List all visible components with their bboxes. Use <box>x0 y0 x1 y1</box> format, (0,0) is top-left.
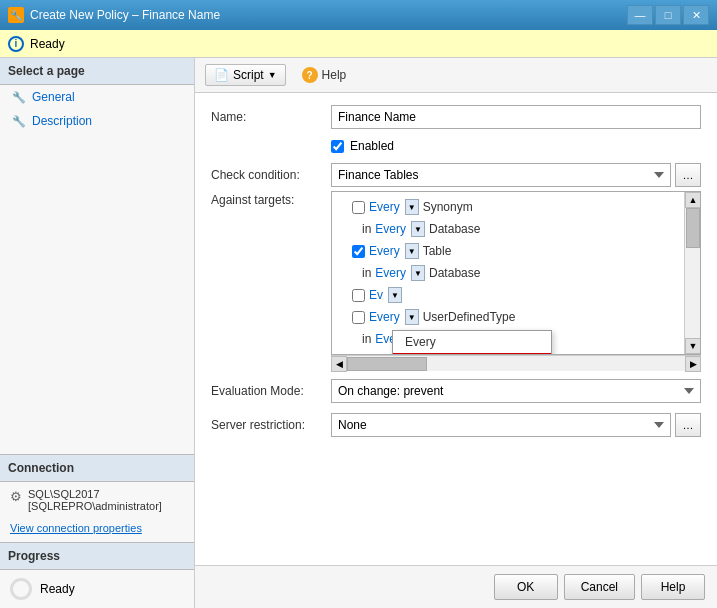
enabled-row: Enabled <box>331 139 701 153</box>
title-bar: 🔧 Create New Policy – Finance Name — □ ✕ <box>0 0 717 30</box>
form-area: Name: Enabled Check condition: Finance T… <box>195 93 717 565</box>
progress-item: Ready <box>0 570 194 608</box>
help-button[interactable]: Help <box>641 574 705 600</box>
connection-server: SQL\SQL2017 <box>28 488 162 500</box>
table-checkbox[interactable] <box>352 245 365 258</box>
check-condition-label: Check condition: <box>211 168 331 182</box>
sidebar: Select a page 🔧 General 🔧 Description Co… <box>0 58 195 608</box>
ev-link[interactable]: Ev <box>369 288 383 302</box>
server-restriction-select[interactable]: None <box>331 413 671 437</box>
scroll-thumb[interactable] <box>686 208 700 248</box>
script-icon: 📄 <box>214 68 229 82</box>
script-label: Script <box>233 68 264 82</box>
ev-checkbox[interactable] <box>352 289 365 302</box>
eval-mode-row: Evaluation Mode: On change: prevent <box>211 379 701 403</box>
server-restriction-dots-button[interactable]: … <box>675 413 701 437</box>
cancel-button[interactable]: Cancel <box>564 574 635 600</box>
scroll-track <box>685 208 700 338</box>
ev-arrow[interactable]: ▼ <box>388 287 402 303</box>
h-scroll-right-btn[interactable]: ▶ <box>685 356 701 372</box>
help-icon: ? <box>302 67 318 83</box>
status-bar: i Ready <box>0 30 717 58</box>
every-dropdown: Every New condition... <box>392 330 552 354</box>
udt-every-link[interactable]: Every <box>369 310 400 324</box>
eval-mode-label: Evaluation Mode: <box>211 384 331 398</box>
check-condition-row: Check condition: Finance Tables … <box>211 163 701 187</box>
connection-info: ⚙ SQL\SQL2017 [SQLREPRO\administrator] <box>0 482 194 518</box>
against-targets-row: Against targets: Every ▼ Synonym <box>211 191 701 371</box>
server-icon: ⚙ <box>10 489 22 504</box>
script-button[interactable]: 📄 Script ▼ <box>205 64 286 86</box>
help-toolbar-button[interactable]: ? Help <box>294 64 355 86</box>
target-row-udt: Every ▼ UserDefinedType <box>332 306 684 328</box>
synonym-every-arrow[interactable]: ▼ <box>405 199 419 215</box>
targets-inner: Every ▼ Synonym in Every ▼ Database <box>332 192 700 354</box>
maximize-button[interactable]: □ <box>655 5 681 25</box>
toolbar: 📄 Script ▼ ? Help <box>195 58 717 93</box>
wrench-icon-2: 🔧 <box>12 115 26 128</box>
app-icon: 🔧 <box>8 7 24 23</box>
status-text: Ready <box>30 37 65 51</box>
targets-scrollbar: ▲ ▼ <box>684 192 700 354</box>
table-every-arrow[interactable]: ▼ <box>405 243 419 259</box>
minimize-button[interactable]: — <box>627 5 653 25</box>
scroll-up-btn[interactable]: ▲ <box>685 192 701 208</box>
target-row-table: Every ▼ Table <box>332 240 684 262</box>
dropdown-item-every[interactable]: Every <box>393 331 551 353</box>
sidebar-general-label: General <box>32 90 75 104</box>
info-icon: i <box>8 36 24 52</box>
synonym-db-arrow[interactable]: ▼ <box>411 221 425 237</box>
synonym-db-every-link[interactable]: Every <box>375 222 406 236</box>
check-condition-select[interactable]: Finance Tables <box>331 163 671 187</box>
synonym-checkbox[interactable] <box>352 201 365 214</box>
udt-arrow[interactable]: ▼ <box>405 309 419 325</box>
progress-spinner <box>10 578 32 600</box>
progress-title: Progress <box>0 543 194 570</box>
help-label: Help <box>322 68 347 82</box>
targets-content: Every ▼ Synonym in Every ▼ Database <box>331 191 701 355</box>
table-db-every-link[interactable]: Every <box>375 266 406 280</box>
window-controls: — □ ✕ <box>627 5 709 25</box>
udt-checkbox[interactable] <box>352 311 365 324</box>
table-every-link[interactable]: Every <box>369 244 400 258</box>
target-row-synonym: Every ▼ Synonym <box>332 196 684 218</box>
enabled-checkbox[interactable] <box>331 140 344 153</box>
window-title: Create New Policy – Finance Name <box>30 8 220 22</box>
bottom-bar: OK Cancel Help <box>195 565 717 608</box>
sidebar-description-label: Description <box>32 114 92 128</box>
name-row: Name: <box>211 105 701 129</box>
eval-mode-select[interactable]: On change: prevent <box>331 379 701 403</box>
target-row-table-db: in Every ▼ Database Every New condition.… <box>332 262 684 284</box>
enabled-label: Enabled <box>350 139 394 153</box>
wrench-icon: 🔧 <box>12 91 26 104</box>
close-button[interactable]: ✕ <box>683 5 709 25</box>
ok-button[interactable]: OK <box>494 574 558 600</box>
content-area: 📄 Script ▼ ? Help Name: Enabled <box>195 58 717 608</box>
h-scroll: ◀ ▶ <box>331 355 701 371</box>
script-arrow: ▼ <box>268 70 277 80</box>
sidebar-item-description[interactable]: 🔧 Description <box>0 109 194 133</box>
table-db-arrow[interactable]: ▼ <box>411 265 425 281</box>
condition-dots-button[interactable]: … <box>675 163 701 187</box>
synonym-text: Synonym <box>423 200 473 214</box>
dropdown-item-new-condition[interactable]: New condition... <box>393 353 551 354</box>
synonym-every-link[interactable]: Every <box>369 200 400 214</box>
connection-title: Connection <box>0 455 194 482</box>
against-targets-label: Against targets: <box>211 191 331 207</box>
name-input[interactable] <box>331 105 701 129</box>
sidebar-item-general[interactable]: 🔧 General <box>0 85 194 109</box>
select-page-title: Select a page <box>0 58 194 85</box>
h-scroll-left-btn[interactable]: ◀ <box>331 356 347 372</box>
target-row-synonym-db: in Every ▼ Database <box>332 218 684 240</box>
server-restriction-label: Server restriction: <box>211 418 331 432</box>
name-label: Name: <box>211 110 331 124</box>
scroll-down-btn[interactable]: ▼ <box>685 338 701 354</box>
h-scroll-thumb[interactable] <box>347 357 427 371</box>
progress-status: Ready <box>40 582 75 596</box>
server-restriction-row: Server restriction: None … <box>211 413 701 437</box>
view-connection-link[interactable]: View connection properties <box>0 518 194 542</box>
target-row-ev: Ev ▼ <box>332 284 684 306</box>
h-scroll-track <box>347 356 685 371</box>
connection-user: [SQLREPRO\administrator] <box>28 500 162 512</box>
